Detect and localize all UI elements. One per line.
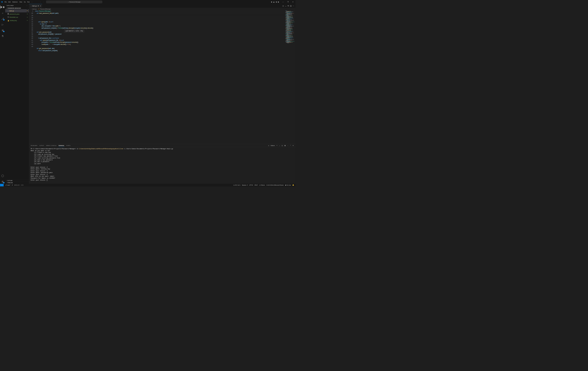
- close-window-button[interactable]: ✕: [290, 0, 295, 4]
- activity-run-debug[interactable]: ▷: [0, 22, 5, 27]
- tab-debug-console[interactable]: DEBUG CONSOLE: [46, 144, 56, 147]
- chevron-right-icon: ›: [6, 180, 7, 181]
- explorer-more-icon[interactable]: ···: [26, 5, 27, 6]
- status-eol[interactable]: CRLF: [254, 184, 258, 186]
- code-line[interactable]: [35, 35, 93, 37]
- activity-testing[interactable]: ⚗: [0, 34, 5, 39]
- launch-profile-icon[interactable]: ▷: [268, 145, 269, 146]
- nav-forward-icon[interactable]: →: [43, 1, 44, 3]
- split-terminal-icon[interactable]: ◫: [282, 145, 283, 146]
- code-line[interactable]: def get_password(self, site):: [35, 48, 93, 50]
- file-status: M: [27, 10, 28, 12]
- kill-terminal-icon[interactable]: 🗑: [284, 145, 286, 146]
- breadcrumb[interactable]: ⬨ main.py › ⬡ PasswordManager: [29, 8, 295, 10]
- nav-back-icon[interactable]: ←: [40, 1, 41, 3]
- code-line[interactable]: encrypted = Fernet(self.key).encrypt(pas…: [35, 41, 93, 43]
- settings-badge: 1: [3, 182, 5, 183]
- code-line[interactable]: if self.password_file is not None:: [35, 37, 93, 39]
- code-line[interactable]: f.write(site + " : " + encrypted.decode(…: [35, 43, 93, 46]
- status-ports[interactable]: ᯤ 0: [21, 184, 23, 186]
- menu-more-icon[interactable]: ···: [31, 1, 33, 3]
- run-python-icon[interactable]: ▷: [283, 5, 284, 7]
- menu-view[interactable]: View: [19, 1, 23, 3]
- toggle-secondary-sidebar-icon[interactable]: ◨: [276, 1, 277, 3]
- code-line[interactable]: for line in f:: [35, 23, 93, 25]
- menu-edit[interactable]: Edit: [8, 1, 11, 3]
- chevron-right-icon: ›: [37, 8, 38, 10]
- menu-run[interactable]: Run: [26, 1, 31, 3]
- status-golive[interactable]: ◉ Go Live: [285, 184, 291, 186]
- outline-section[interactable]: ›OUTLINE: [5, 179, 29, 182]
- sticky-scroll[interactable]: 326 class PasswordManager: def load_pass…: [29, 10, 295, 14]
- new-terminal-chevron-icon[interactable]: ⌄: [279, 145, 280, 146]
- notifications-icon[interactable]: 🔔: [292, 184, 294, 186]
- menu-selection[interactable]: Selection: [11, 1, 19, 3]
- code-line[interactable]: site, encrypted = line.split(":"): [35, 25, 93, 27]
- code-line[interactable]: self.password_dict[site] = Fernet(self.k…: [35, 27, 93, 29]
- file-row-testkey-key[interactable]: 🔒testkey.keyU: [5, 19, 29, 22]
- activity-scm[interactable]: ⎇4: [0, 17, 5, 21]
- run-chevron-icon[interactable]: ⌄: [285, 5, 287, 7]
- folder-name: PASSWORD-MANAGER: [8, 7, 21, 9]
- code-line[interactable]: self.password_dict[site] = password: [35, 33, 93, 35]
- activity-settings[interactable]: ⚙1: [0, 180, 5, 184]
- maximize-button[interactable]: ❐: [285, 0, 290, 4]
- folder-header[interactable]: ⌄ PASSWORD-MANAGER: [5, 7, 29, 9]
- command-center-search[interactable]: ⌕ Password-Manager: [46, 1, 102, 3]
- code-line[interactable]: with open(self.password_file, 'a') as f:: [35, 39, 93, 41]
- file-row-main-py[interactable]: ⬨main.pyM: [5, 9, 29, 12]
- close-panel-icon[interactable]: ✕: [293, 145, 294, 146]
- file-row-passwords-pass[interactable]: ≣passwords.passU: [5, 12, 29, 16]
- split-editor-icon[interactable]: ◫: [290, 5, 292, 7]
- tab-close-icon[interactable]: ✕: [40, 5, 41, 7]
- tab-ports[interactable]: PORTS: [66, 144, 70, 147]
- editor-more-icon[interactable]: ···: [293, 5, 294, 7]
- status-encoding[interactable]: UTF-8: [249, 184, 253, 186]
- status-cursor-position[interactable]: Ln 25, Col 1: [233, 184, 241, 186]
- terminal-body[interactable]: PS C:\Users\domin\Documents\Projects\Pas…: [29, 147, 295, 184]
- status-interpreter[interactable]: 3.12.6 64-bit (Microsoft Store): [266, 184, 284, 186]
- python-icon: ⬨: [30, 5, 31, 7]
- activity-account[interactable]: ◯: [0, 174, 5, 178]
- timeline-section[interactable]: ›TIMELINE: [5, 182, 29, 184]
- error-count: 0: [16, 184, 17, 186]
- code-line[interactable]: return self.password_dict[site]: [35, 50, 93, 52]
- breadcrumb-class[interactable]: PasswordManager: [40, 8, 51, 10]
- activity-search[interactable]: ⌕: [0, 11, 5, 15]
- minimap[interactable]: [285, 10, 295, 144]
- text-editor[interactable]: 326 class PasswordManager: def load_pass…: [29, 10, 295, 144]
- customize-layout-icon[interactable]: ▦: [278, 1, 279, 3]
- status-indentation[interactable]: Spaces: 4: [242, 184, 248, 186]
- code-line[interactable]: [35, 51, 93, 54]
- code-line[interactable]: with open(path, 'r') as f:: [35, 21, 93, 23]
- tab-terminal[interactable]: TERMINAL: [58, 144, 64, 147]
- compare-changes-icon[interactable]: ⟲: [287, 5, 289, 7]
- tab-output[interactable]: OUTPUT: [39, 144, 44, 147]
- outline-label: OUTLINE: [7, 180, 12, 181]
- new-terminal-icon[interactable]: ＋: [276, 144, 278, 146]
- tab-main-py[interactable]: ⬨ main.py M ✕: [29, 4, 42, 8]
- account-icon: ◯: [1, 174, 4, 177]
- toggle-primary-sidebar-icon[interactable]: ◧: [271, 1, 273, 3]
- status-problems[interactable]: ⊘ 0 ⚠ 0: [14, 184, 19, 186]
- status-language[interactable]: { } Python: [259, 184, 265, 186]
- remote-indicator[interactable]: ⟂: [0, 184, 4, 186]
- code-line[interactable]: [35, 46, 93, 48]
- breadcrumb-file[interactable]: main.py: [32, 8, 37, 10]
- file-row-README-md[interactable]: ⓘREADME.mdU: [5, 16, 29, 19]
- hover-tooltip: (parameter) site: Any: [64, 30, 84, 33]
- toggle-panel-icon[interactable]: ⬓: [273, 1, 274, 3]
- activity-explorer[interactable]: 🗎🗎: [0, 5, 5, 9]
- panel-more-icon[interactable]: ···: [287, 145, 288, 146]
- status-sync-icon[interactable]: ⟳: [12, 184, 13, 186]
- tab-problems[interactable]: PROBLEMS: [31, 144, 37, 147]
- panel-tabs: PROBLEMS OUTPUT DEBUG CONSOLE TERMINAL P…: [29, 144, 295, 147]
- editor-area: ⬨ main.py M ✕ ▷ ⌄ ⟲ ◫ ··· ⬨ main.py › ⬡ …: [29, 4, 295, 184]
- status-branch[interactable]: ⎇ main*: [5, 184, 10, 186]
- minimize-button[interactable]: ─: [281, 0, 285, 4]
- maximize-panel-icon[interactable]: ＾: [290, 144, 291, 146]
- activity-extensions[interactable]: ⊞1: [0, 28, 5, 33]
- menu-file[interactable]: File: [4, 1, 8, 3]
- tab-modified-indicator: M: [38, 5, 39, 7]
- menu-go[interactable]: Go: [23, 1, 26, 3]
